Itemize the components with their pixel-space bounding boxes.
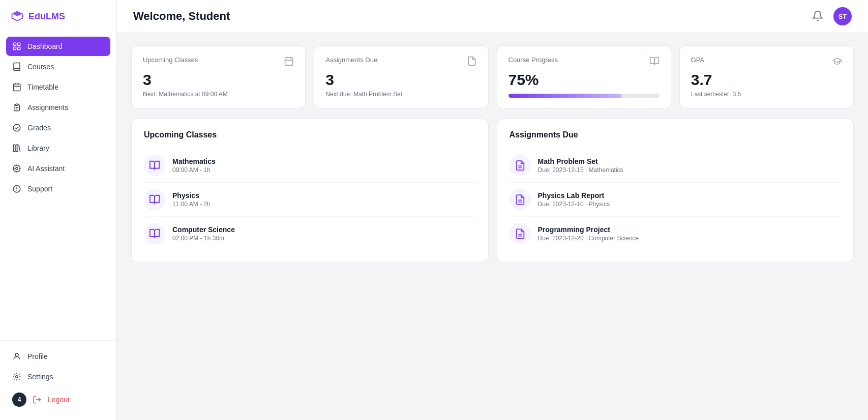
svg-rect-8	[16, 145, 18, 152]
calendar-icon	[284, 56, 294, 66]
svg-point-13	[16, 376, 18, 378]
stat-label-upcoming: Upcoming Classes	[143, 56, 198, 64]
assign-icon-cs	[510, 223, 531, 244]
assignments-due-title: Assignments Due	[510, 130, 842, 139]
user-avatar[interactable]: ST	[833, 7, 852, 25]
topbar: Welcome, Student ST	[117, 0, 868, 33]
stat-card-assignments-due: Assignments Due 3 Next due: Math Problem…	[314, 45, 488, 108]
svg-point-12	[15, 353, 18, 356]
sidebar-item-dashboard[interactable]: Dashboard	[6, 37, 110, 56]
upcoming-classes-title: Upcoming Classes	[144, 130, 476, 139]
svg-point-6	[13, 124, 20, 131]
dashboard-icon	[12, 42, 21, 51]
class-item-physics: Physics 11:00 AM - 2h	[144, 183, 476, 217]
assignment-item-math: Math Problem Set Due: 2023-12-15 · Mathe…	[510, 149, 842, 183]
stats-row: Upcoming Classes 3 Next: Mathematics at …	[131, 45, 854, 108]
sidebar: EduLMS Dashboard Courses	[0, 0, 117, 420]
user-avatar-small: 4	[12, 393, 26, 407]
class-info-math: Mathematics 09:00 AM - 1h	[172, 157, 216, 174]
sidebar-item-profile[interactable]: Profile	[6, 347, 110, 366]
assignments-due-panel: Assignments Due Math Problem Set Due: 20…	[497, 119, 854, 262]
sidebar-item-settings[interactable]: Settings	[6, 367, 110, 386]
book-icon	[649, 56, 660, 66]
file-text-icon-3	[515, 228, 526, 239]
class-icon-cs	[144, 223, 165, 244]
stat-card-gpa: GPA 3.7 Last semester: 3.5	[679, 45, 854, 108]
stat-header: Course Progress	[508, 56, 660, 66]
svg-rect-3	[18, 47, 20, 50]
svg-rect-4	[13, 84, 20, 91]
file-icon	[467, 56, 477, 66]
ai-icon	[12, 164, 21, 173]
main-area: Welcome, Student ST Upcoming Classes	[117, 0, 868, 420]
panels-row: Upcoming Classes Mathematics 09:00 AM - …	[131, 119, 854, 262]
content-area: Upcoming Classes 3 Next: Mathematics at …	[117, 33, 868, 420]
svg-rect-7	[13, 145, 15, 152]
sidebar-bottom: Profile Settings 4 Logout	[0, 340, 116, 420]
assign-info-math: Math Problem Set Due: 2023-12-15 · Mathe…	[538, 157, 623, 174]
svg-rect-1	[18, 43, 20, 45]
sidebar-item-logout[interactable]: 4 Logout	[6, 387, 110, 412]
stat-sub-upcoming: Next: Mathematics at 09:00 AM	[143, 91, 294, 98]
stat-card-upcoming-classes: Upcoming Classes 3 Next: Mathematics at …	[131, 45, 306, 108]
assignments-icon	[12, 103, 21, 112]
page-title: Welcome, Student	[133, 10, 230, 23]
sidebar-item-assignments[interactable]: Assignments	[6, 98, 110, 117]
stat-sub-assignments: Next due: Math Problem Set	[325, 91, 476, 98]
stat-value-progress: 75%	[508, 71, 660, 89]
svg-rect-5	[16, 104, 18, 105]
stat-header: Upcoming Classes	[143, 56, 294, 66]
file-text-icon	[515, 160, 526, 171]
assignment-item-cs: Programming Project Due: 2023-12-20 · Co…	[510, 217, 842, 250]
sidebar-item-support[interactable]: Support	[6, 179, 110, 199]
sidebar-item-courses[interactable]: Courses	[6, 57, 110, 76]
class-info-cs: Computer Science 02:00 PM - 1h 30m	[172, 226, 235, 242]
stat-value-upcoming: 3	[143, 71, 294, 89]
stat-header: GPA	[691, 56, 842, 66]
stat-value-gpa: 3.7	[691, 71, 842, 89]
library-icon	[12, 144, 21, 153]
assign-info-physics: Physics Lab Report Due: 2023-12-10 · Phy…	[538, 191, 610, 208]
stat-label-assignments: Assignments Due	[325, 56, 377, 64]
timetable-icon	[12, 82, 21, 92]
settings-icon	[12, 372, 21, 381]
sidebar-item-grades[interactable]: Grades	[6, 118, 110, 137]
bell-icon	[812, 10, 823, 21]
sidebar-item-timetable[interactable]: Timetable	[6, 77, 110, 97]
svg-rect-15	[285, 58, 293, 65]
logout-icon	[33, 395, 42, 404]
courses-icon	[12, 62, 21, 71]
graduation-icon	[832, 56, 842, 66]
class-icon-physics	[144, 189, 165, 210]
logo: EduLMS	[0, 0, 116, 33]
assign-icon-physics	[510, 189, 531, 210]
stat-header: Assignments Due	[325, 56, 476, 66]
stat-card-course-progress: Course Progress 75%	[497, 45, 671, 108]
assignment-item-physics: Physics Lab Report Due: 2023-12-10 · Phy…	[510, 183, 842, 217]
logo-icon	[10, 9, 24, 23]
stat-sub-gpa: Last semester: 3.5	[691, 91, 842, 98]
notifications-button[interactable]	[810, 8, 825, 25]
book-open-icon-3	[149, 228, 160, 239]
class-item-math: Mathematics 09:00 AM - 1h	[144, 149, 476, 183]
progress-bar-fill	[508, 94, 622, 98]
class-info-physics: Physics 11:00 AM - 2h	[172, 191, 211, 208]
topbar-right: ST	[810, 7, 852, 25]
stat-label-gpa: GPA	[691, 56, 705, 64]
profile-icon	[12, 352, 21, 361]
grades-icon	[12, 123, 21, 132]
sidebar-item-library[interactable]: Library	[6, 138, 110, 158]
assign-icon-math	[510, 155, 531, 176]
svg-point-10	[16, 167, 18, 170]
file-text-icon-2	[515, 194, 526, 205]
class-icon-math	[144, 155, 165, 176]
progress-bar	[508, 94, 660, 98]
class-item-cs: Computer Science 02:00 PM - 1h 30m	[144, 217, 476, 250]
book-open-icon	[149, 160, 160, 171]
svg-rect-2	[13, 47, 16, 50]
book-open-icon-2	[149, 194, 160, 205]
stat-label-progress: Course Progress	[508, 56, 558, 64]
sidebar-item-ai-assistant[interactable]: AI Assistant	[6, 159, 110, 178]
nav-menu: Dashboard Courses Timetable A	[0, 33, 116, 340]
stat-value-assignments: 3	[325, 71, 476, 89]
